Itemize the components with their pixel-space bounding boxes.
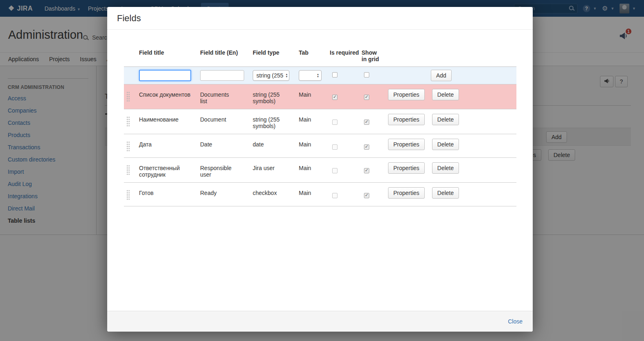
dialog-title: Fields [107,7,533,30]
show-in-grid-checkbox [364,120,369,125]
fields-table: Field title Field title (En) Field type … [124,49,516,206]
show-in-grid-checkbox [364,144,369,150]
add-field-button[interactable]: Add [431,70,452,81]
field-title-en-cell: Responsible user [200,162,253,178]
is-required-checkbox[interactable] [332,72,337,78]
is-required-checkbox [332,168,337,173]
is-required-checkbox [332,95,337,100]
is-required-checkbox [332,144,337,150]
field-type-select[interactable]: string (255 ▲▼ [253,70,289,81]
table-row: Наименование Document string (255 symbol… [124,109,516,134]
show-in-grid-checkbox[interactable] [364,72,369,78]
drag-handle-icon[interactable] [126,91,130,102]
select-arrows-icon: ▲▼ [317,73,319,78]
table-header-row: Field title Field title (En) Field type … [124,49,516,67]
table-row: Готов Ready checkbox Main Properties Del… [124,183,516,206]
field-title-en-input[interactable] [200,70,244,81]
dialog-footer: Close [107,311,533,332]
delete-button[interactable]: Delete [432,89,459,100]
tab-cell: Main [299,162,330,171]
is-required-checkbox [332,120,337,125]
column-header: Field title (En) [200,49,253,56]
tab-cell: Main [299,187,330,196]
drag-handle-icon[interactable] [126,141,130,152]
field-title-input[interactable] [139,70,191,81]
column-header: Show in grid [362,49,388,62]
close-link[interactable]: Close [508,318,523,325]
field-type-cell: checkbox [253,187,299,196]
column-header: Is required [330,49,362,56]
field-type-cell: string (255 symbols) [253,89,299,104]
field-type-select-value: string (255 [256,72,283,79]
select-arrows-icon: ▲▼ [285,73,288,78]
tab-cell: Main [299,114,330,123]
add-field-form-row: string (255 ▲▼ ▲▼ Add [124,67,516,84]
drag-handle-icon[interactable] [126,165,130,175]
field-title-en-cell: Ready [200,187,253,196]
field-title-cell: Готов [139,187,200,196]
field-title-cell: Список документов [139,89,200,98]
field-type-cell: date [253,139,299,148]
delete-button[interactable]: Delete [432,162,459,174]
show-in-grid-checkbox [364,193,369,198]
show-in-grid-checkbox [364,95,369,100]
field-type-cell: string (255 symbols) [253,114,299,129]
properties-button[interactable]: Properties [388,139,425,150]
fields-dialog: Fields Field title Field title (En) Fiel… [107,7,533,332]
field-title-cell: Дата [139,139,200,148]
field-title-cell: Наименование [139,114,200,123]
tab-cell: Main [299,89,330,98]
field-type-cell: Jira user [253,162,299,171]
delete-button[interactable]: Delete [432,187,459,199]
properties-button[interactable]: Properties [388,114,425,125]
field-title-cell: Ответственный сотрудник [139,162,200,178]
properties-button[interactable]: Properties [388,162,425,174]
tab-cell: Main [299,139,330,148]
delete-button[interactable]: Delete [432,114,459,125]
drag-handle-icon[interactable] [126,190,130,200]
table-row: Ответственный сотрудник Responsible user… [124,158,516,183]
table-row: Дата Date date Main Properties Delete [124,134,516,158]
drag-handle-icon[interactable] [126,116,130,127]
column-header: Tab [299,49,330,56]
delete-button[interactable]: Delete [432,139,459,150]
field-title-en-cell: Documents list [200,89,253,104]
field-title-en-cell: Date [200,139,253,148]
column-header: Field title [139,49,200,56]
table-row: Список документов Documents list string … [124,84,516,109]
properties-button[interactable]: Properties [388,89,425,100]
is-required-checkbox [332,193,337,198]
show-in-grid-checkbox [364,168,369,173]
column-header: Field type [253,49,299,56]
tab-select[interactable]: ▲▼ [299,70,322,81]
properties-button[interactable]: Properties [388,187,425,199]
field-title-en-cell: Document [200,114,253,123]
